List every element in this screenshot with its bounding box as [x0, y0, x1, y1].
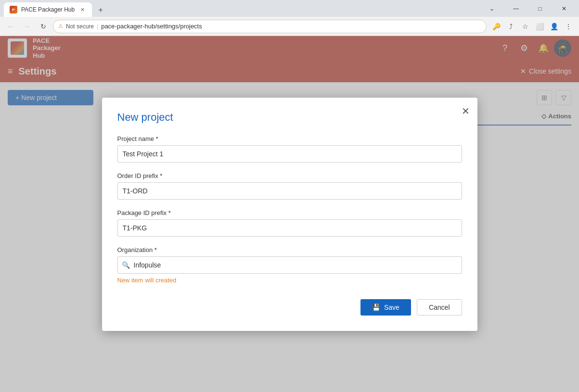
new-item-note: New item will created — [117, 277, 462, 284]
forward-button[interactable]: → — [20, 20, 34, 33]
new-tab-button[interactable]: + — [94, 3, 107, 17]
window-maximize-btn[interactable]: □ — [529, 1, 551, 16]
org-input-wrapper: 🔍 — [117, 256, 462, 274]
browser-toolbar: ← → ↻ ⚠ Not secure | pace-packager-hub/s… — [0, 17, 579, 36]
back-button[interactable]: ← — [4, 20, 17, 33]
browser-tabs: P PACE Packager Hub ✕ + — [4, 0, 107, 17]
not-secure-label: Not secure — [66, 23, 94, 30]
project-name-label: Project name * — [117, 135, 462, 142]
dialog-footer: 💾 Save Cancel — [117, 299, 462, 316]
cancel-button[interactable]: Cancel — [417, 299, 462, 316]
active-tab[interactable]: P PACE Packager Hub ✕ — [4, 2, 92, 17]
modal-overlay: New project ✕ Project name * Order ID pr… — [0, 36, 579, 392]
save-icon: 💾 — [372, 303, 380, 311]
project-name-input[interactable] — [117, 145, 462, 163]
url-text: pace-packager-hub/settings/projects — [101, 23, 202, 30]
organization-group: Organization * 🔍 New item will created — [117, 246, 462, 284]
toolbar-actions: 🔑 ⤴ ☆ ⬜ 👤 ⋮ — [489, 20, 575, 33]
security-icon: ⚠ — [58, 23, 63, 29]
package-id-label: Package ID prefix * — [117, 209, 462, 216]
browser-titlebar: P PACE Packager Hub ✕ + ⌄ — □ ✕ — [0, 0, 579, 17]
key-button[interactable]: 🔑 — [489, 20, 503, 33]
more-button[interactable]: ⋮ — [562, 20, 575, 33]
window-close-btn[interactable]: ✕ — [553, 1, 575, 16]
address-bar[interactable]: ⚠ Not secure | pace-packager-hub/setting… — [53, 20, 487, 33]
window-chevron-btn[interactable]: ⌄ — [481, 1, 503, 16]
share-button[interactable]: ⤴ — [504, 20, 517, 33]
order-id-label: Order ID prefix * — [117, 172, 462, 179]
tab-favicon: P — [10, 6, 17, 13]
org-search-icon: 🔍 — [118, 261, 134, 269]
refresh-button[interactable]: ↻ — [37, 20, 50, 33]
window-controls: ⌄ — □ ✕ — [481, 1, 575, 16]
order-id-group: Order ID prefix * — [117, 172, 462, 200]
window-minimize-btn[interactable]: — — [505, 1, 527, 16]
new-project-dialog: New project ✕ Project name * Order ID pr… — [102, 98, 477, 331]
tab-title: PACE Packager Hub — [21, 6, 75, 13]
profile-button[interactable]: 👤 — [547, 20, 561, 33]
save-button[interactable]: 💾 Save — [360, 299, 411, 316]
order-id-input[interactable] — [117, 182, 462, 200]
save-label: Save — [384, 303, 399, 311]
package-id-input[interactable] — [117, 219, 462, 237]
address-divider: | — [97, 23, 98, 30]
package-id-group: Package ID prefix * — [117, 209, 462, 237]
dialog-title: New project — [117, 111, 462, 124]
dialog-close-button[interactable]: ✕ — [462, 105, 470, 117]
organization-label: Organization * — [117, 246, 462, 253]
app-content: PACE Packager Hub ? ⚙ 🔔 🥷 ≡ Settings ✕ C… — [0, 36, 579, 392]
split-button[interactable]: ⬜ — [533, 20, 546, 33]
org-input[interactable] — [134, 257, 462, 273]
bookmark-button[interactable]: ☆ — [518, 20, 532, 33]
project-name-group: Project name * — [117, 135, 462, 163]
tab-close-btn[interactable]: ✕ — [78, 6, 86, 13]
